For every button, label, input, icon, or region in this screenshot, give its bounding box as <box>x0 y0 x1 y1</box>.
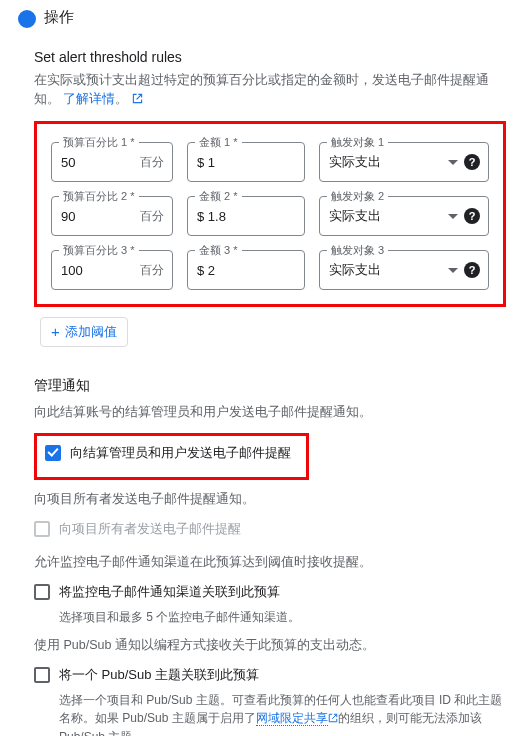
budget-percent-value: 90 <box>61 209 136 224</box>
checkbox-pubsub[interactable] <box>34 667 50 683</box>
checkbox-project-owners-label: 向项目所有者发送电子邮件提醒 <box>59 520 241 539</box>
trigger-label: 触发对象 3 <box>327 243 388 258</box>
threshold-rules-group: 预算百分比 1 * 50 百分 金额 1 * $ 1 触发对象 1 实际支出 ? <box>34 121 506 307</box>
chevron-down-icon <box>448 268 458 273</box>
threshold-row: 预算百分比 1 * 50 百分 金额 1 * $ 1 触发对象 1 实际支出 ? <box>51 142 489 182</box>
trigger-select-1[interactable]: 触发对象 1 实际支出 ? <box>319 142 489 182</box>
percent-suffix: 百分 <box>140 208 164 225</box>
amount-value: $ 1.8 <box>197 209 296 224</box>
notify-desc-1: 向此结算账号的结算管理员和用户发送电子邮件提醒通知。 <box>34 403 506 421</box>
threshold-row: 预算百分比 3 * 100 百分 金额 3 * $ 2 触发对象 3 实际支出 … <box>51 250 489 290</box>
budget-percent-label: 预算百分比 3 * <box>59 243 139 258</box>
amount-value: $ 2 <box>197 263 296 278</box>
amount-input-2[interactable]: 金额 2 * $ 1.8 <box>187 196 305 236</box>
budget-percent-input-2[interactable]: 预算百分比 2 * 90 百分 <box>51 196 173 236</box>
add-threshold-button[interactable]: + 添加阈值 <box>40 317 128 347</box>
chevron-down-icon <box>448 160 458 165</box>
checkbox-monitoring-channels[interactable] <box>34 584 50 600</box>
percent-suffix: 百分 <box>140 154 164 171</box>
step-indicator-icon <box>18 10 36 28</box>
budget-percent-label: 预算百分比 1 * <box>59 135 139 150</box>
budget-percent-label: 预算百分比 2 * <box>59 189 139 204</box>
amount-label: 金额 1 * <box>195 135 242 150</box>
budget-percent-value: 100 <box>61 263 136 278</box>
trigger-value: 实际支出 <box>329 207 446 225</box>
step-title: 操作 <box>44 8 74 27</box>
trigger-select-3[interactable]: 触发对象 3 实际支出 ? <box>319 250 489 290</box>
checkbox-billing-admins-label: 向结算管理员和用户发送电子邮件提醒 <box>70 444 291 463</box>
notify-desc-3: 允许监控电子邮件通知渠道在此预算达到阈值时接收提醒。 <box>34 553 506 571</box>
percent-suffix: 百分 <box>140 262 164 279</box>
help-icon[interactable]: ? <box>464 262 480 278</box>
threshold-section-desc: 在实际或预计支出超过特定的预算百分比或指定的金额时，发送电子邮件提醒通知。 了解… <box>34 71 506 111</box>
budget-percent-input-1[interactable]: 预算百分比 1 * 50 百分 <box>51 142 173 182</box>
notify-desc-4: 使用 Pub/Sub 通知以编程方式接收关于此预算的支出动态。 <box>34 636 506 654</box>
trigger-label: 触发对象 2 <box>327 189 388 204</box>
notify-billing-group: 向结算管理员和用户发送电子邮件提醒 <box>34 433 309 480</box>
checkbox-project-owners[interactable] <box>34 521 50 537</box>
trigger-select-2[interactable]: 触发对象 2 实际支出 ? <box>319 196 489 236</box>
checkbox-pubsub-sub: 选择一个项目和 Pub/Sub 主题。可查看此预算的任何人也能查看此项目 ID … <box>59 691 506 736</box>
checkbox-billing-admins[interactable] <box>45 445 61 461</box>
external-link-icon <box>132 91 143 110</box>
budget-percent-value: 50 <box>61 155 136 170</box>
checkbox-pubsub-label: 将一个 Pub/Sub 主题关联到此预算 <box>59 666 259 685</box>
amount-value: $ 1 <box>197 155 296 170</box>
checkbox-monitoring-channels-sub: 选择项目和最多 5 个监控电子邮件通知渠道。 <box>59 608 506 626</box>
amount-label: 金额 3 * <box>195 243 242 258</box>
threshold-row: 预算百分比 2 * 90 百分 金额 2 * $ 1.8 触发对象 2 实际支出… <box>51 196 489 236</box>
trigger-value: 实际支出 <box>329 261 446 279</box>
external-link-icon <box>328 710 338 728</box>
amount-input-3[interactable]: 金额 3 * $ 2 <box>187 250 305 290</box>
learn-more-link[interactable]: 了解详情 <box>63 92 115 106</box>
add-threshold-label: 添加阈值 <box>65 323 117 341</box>
plus-icon: + <box>51 324 60 339</box>
amount-label: 金额 2 * <box>195 189 242 204</box>
amount-input-1[interactable]: 金额 1 * $ 1 <box>187 142 305 182</box>
chevron-down-icon <box>448 214 458 219</box>
trigger-label: 触发对象 1 <box>327 135 388 150</box>
budget-percent-input-3[interactable]: 预算百分比 3 * 100 百分 <box>51 250 173 290</box>
trigger-value: 实际支出 <box>329 153 446 171</box>
domain-restricted-sharing-link[interactable]: 网域限定共享 <box>256 711 328 726</box>
notify-desc-2: 向项目所有者发送电子邮件提醒通知。 <box>34 490 506 508</box>
threshold-section-title: Set alert threshold rules <box>34 49 506 65</box>
help-icon[interactable]: ? <box>464 208 480 224</box>
help-icon[interactable]: ? <box>464 154 480 170</box>
checkbox-monitoring-channels-label: 将监控电子邮件通知渠道关联到此预算 <box>59 583 280 602</box>
notifications-section-title: 管理通知 <box>34 377 506 395</box>
